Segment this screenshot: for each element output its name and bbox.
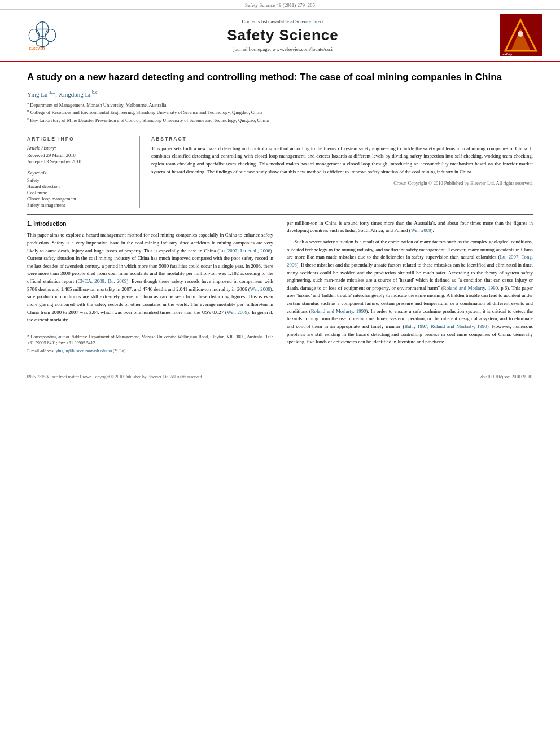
affiliation-a: a Department of Management, Monash Unive…	[27, 101, 533, 109]
journal-header-center: Contents lists available at ScienceDirec…	[73, 19, 492, 52]
accepted-date: Accepted 3 September 2010	[27, 159, 132, 164]
elsevier-tree-icon: ELSEVIER	[25, 20, 59, 51]
affiliations-block: a Department of Management, Monash Unive…	[27, 101, 533, 124]
ref-roland1990b[interactable]: Roland and Morlarty, 1990	[311, 308, 366, 314]
keyword-2: Hazard detection	[27, 184, 132, 189]
author-ying-lu: Ying Lu a,*,	[27, 91, 57, 98]
bottom-doi: doi:10.1016/j.ssci.2010.09.001	[480, 374, 533, 379]
ref-lu2007[interactable]: Lu, 2007; Lu et al., 2006	[219, 248, 270, 254]
article-info-column: ARTICLE INFO Article history: Received 2…	[27, 136, 140, 208]
journal-ref-text: Safety Science 49 (2011) 279–285	[245, 2, 315, 8]
ref-wei2009b[interactable]: Wei, 2009	[227, 309, 247, 315]
divider-1	[27, 130, 533, 130]
body-divider	[27, 214, 533, 215]
info-abstract-row: ARTICLE INFO Article history: Received 2…	[27, 136, 533, 208]
authors-line: Ying Lu a,*, Xingdong Li b,c	[27, 90, 533, 98]
journal-reference-bar: Safety Science 49 (2011) 279–285	[0, 0, 560, 10]
body-col-right: per million-ton in China is around forty…	[287, 220, 533, 356]
journal-homepage-line: journal homepage: www.elsevier.com/locat…	[73, 46, 492, 52]
affiliation-c: c Key Laboratory of Mine Disaster Preven…	[27, 116, 533, 124]
article-history-label: Article history:	[27, 145, 132, 151]
email-link[interactable]: ying.lu@buseco.monash.edu.au	[56, 348, 112, 353]
paper-title: A study on a new hazard detecting and co…	[27, 71, 533, 84]
intro-para-right-2: Such a severe safety situation is a resu…	[287, 238, 533, 346]
ref-cnca2009[interactable]: CNCA, 2009; Du, 2009	[77, 278, 126, 284]
intro-para-1: This paper aims to explore a hazard mana…	[27, 231, 273, 324]
author-sup-a: a,	[49, 90, 53, 95]
author-sup-b: b,c	[92, 90, 98, 95]
contents-available-line: Contents lists available at ScienceDirec…	[73, 19, 492, 24]
keyword-4: Closed-loop management	[27, 196, 132, 202]
body-col-left: 1. Introduction This paper aims to explo…	[27, 220, 273, 356]
journal-header: ELSEVIER Contents lists available at Sci…	[0, 10, 560, 62]
safety-science-logo-area: safety science	[492, 14, 549, 56]
affiliation-b: b College of Resources and Environmental…	[27, 108, 533, 116]
svg-text:safety: safety	[502, 53, 513, 56]
elsevier-logo-area: ELSEVIER	[11, 20, 73, 51]
footnote-email: E-mail address: ying.lu@buseco.monash.ed…	[27, 348, 273, 355]
keyword-3: Coal mine	[27, 190, 132, 195]
bottom-copyright: 0925-7535/$ - see front matter Crown Cop…	[27, 374, 203, 379]
abstract-column: ABSTRACT This paper sets forth a new haz…	[151, 136, 533, 208]
received-date: Received 29 March 2010	[27, 152, 132, 158]
ref-wei2009c[interactable]: Wei, 2009	[411, 228, 431, 233]
section-1-title: 1. Introduction	[27, 220, 273, 229]
abstract-text: This paper sets forth a new hazard detec…	[151, 145, 533, 176]
ref-bahr1997[interactable]: Bahr, 1997; Roland and Morlarty, 1990	[404, 324, 487, 329]
copyright-line: Crown Copyright © 2010 Published by Else…	[151, 180, 533, 186]
sciencedirect-link[interactable]: ScienceDirect	[295, 19, 323, 24]
body-two-columns: 1. Introduction This paper aims to explo…	[27, 220, 533, 356]
footnote-1: * Corresponding author. Address: Departm…	[27, 334, 273, 347]
ref-lu2007c[interactable]: Lu, 2007; Tong, 2006	[287, 254, 533, 268]
author-xingdong-li: Xingdong Li b,c	[59, 91, 98, 98]
safety-science-logo-icon: safety science	[500, 14, 542, 56]
journal-title: Safety Science	[73, 27, 492, 44]
keyword-1: Safety	[27, 177, 132, 183]
keywords-label: Keywords:	[27, 170, 132, 176]
bottom-bar: 0925-7535/$ - see front matter Crown Cop…	[0, 372, 560, 382]
paper-content-area: A study on a new hazard detecting and co…	[0, 62, 560, 365]
footnotes-area: * Corresponding author. Address: Departm…	[27, 330, 273, 355]
svg-text:ELSEVIER: ELSEVIER	[29, 47, 45, 50]
intro-para-right-1: per million-ton in China is around forty…	[287, 220, 533, 235]
keyword-5: Safety management	[27, 202, 132, 208]
elsevier-logo: ELSEVIER	[25, 20, 59, 51]
article-info-heading: ARTICLE INFO	[27, 136, 132, 142]
ref-roland1990[interactable]: Roland and Morlarty, 1990	[443, 285, 498, 291]
svg-point-11	[518, 31, 523, 37]
abstract-heading: ABSTRACT	[151, 136, 533, 142]
ref-wei2009[interactable]: Wei, 2009	[250, 286, 270, 292]
